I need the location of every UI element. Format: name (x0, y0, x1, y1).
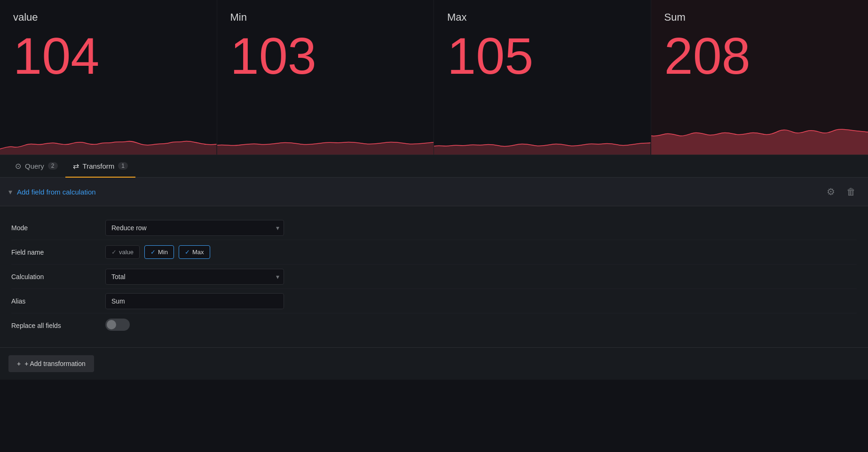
transform-actions: ⚙ 🗑 (823, 184, 860, 199)
tab-transform-label: Transform (83, 162, 115, 170)
sparkline-max (434, 117, 651, 155)
chip-min[interactable]: ✓ Min (144, 245, 174, 259)
chip-max[interactable]: ✓ Max (179, 245, 210, 259)
chip-min-check-icon: ✓ (150, 249, 156, 256)
field-name-control: ✓ value ✓ Min ✓ Max (105, 242, 857, 263)
transform-section: ▾ Add field from calculation ⚙ 🗑 Mode Re… (0, 178, 868, 347)
transform-title: Add field from calculation (17, 188, 96, 196)
form-row-field-name: Field name ✓ value ✓ Min ✓ Max (11, 240, 857, 265)
chip-value-label: value (119, 249, 134, 256)
calculation-label: Calculation (11, 267, 105, 286)
tab-transform-badge: 1 (118, 162, 128, 170)
form-row-mode: Mode Reduce row Window functions Binary … (11, 216, 857, 240)
calculation-select[interactable]: Total Mean Min Max Last Count (105, 269, 284, 285)
mode-select-wrapper: Reduce row Window functions Binary opera… (105, 220, 284, 236)
calculation-select-wrapper: Total Mean Min Max Last Count ▾ (105, 269, 284, 285)
transform-delete-button[interactable]: 🗑 (843, 184, 860, 199)
toggle-thumb (107, 320, 116, 329)
chip-max-check-icon: ✓ (185, 249, 190, 256)
settings-icon: ⚙ (827, 187, 835, 197)
chip-min-label: Min (158, 249, 168, 256)
sparkline-sum (651, 117, 868, 155)
transform-settings-button[interactable]: ⚙ (823, 184, 839, 199)
sparkline-min (217, 117, 434, 155)
collapse-chevron-icon[interactable]: ▾ (8, 187, 12, 196)
transform-header: ▾ Add field from calculation ⚙ 🗑 (0, 178, 868, 206)
calculation-control: Total Mean Min Max Last Count ▾ (105, 265, 857, 288)
alias-label: Alias (11, 292, 105, 311)
database-icon: ⊙ (15, 162, 21, 171)
replace-all-toggle[interactable] (105, 319, 130, 331)
transform-form: Mode Reduce row Window functions Binary … (0, 206, 868, 347)
transform-icon: ⇄ (73, 162, 79, 171)
toggle-track (105, 319, 130, 331)
transform-header-left: ▾ Add field from calculation (8, 187, 96, 196)
replace-all-control (105, 315, 857, 336)
stat-cell-min: Min 103 (217, 0, 434, 155)
form-row-alias: Alias (11, 289, 857, 313)
stats-panel: value 104 Min 103 Max 105 (0, 0, 868, 155)
replace-all-label: Replace all fields (11, 316, 105, 335)
plus-icon: + (17, 360, 21, 367)
sparkline-value (0, 117, 217, 155)
form-row-calculation: Calculation Total Mean Min Max Last Coun… (11, 265, 857, 289)
field-name-label: Field name (11, 243, 105, 262)
tab-query-label: Query (25, 162, 44, 170)
stat-cell-max: Max 105 (434, 0, 651, 155)
tabs-bar: ⊙ Query 2 ⇄ Transform 1 (0, 155, 868, 178)
field-chips: ✓ value ✓ Min ✓ Max (105, 245, 857, 259)
stat-label-sum: Sum (664, 11, 855, 23)
mode-control: Reduce row Window functions Binary opera… (105, 216, 857, 240)
alias-input[interactable] (105, 293, 284, 309)
form-row-replace-all: Replace all fields (11, 313, 857, 338)
add-transformation-label: + Add transformation (24, 360, 86, 367)
tab-transform[interactable]: ⇄ Transform 1 (65, 155, 135, 178)
chip-value-check-icon: ✓ (111, 249, 117, 256)
tab-query-badge: 2 (48, 162, 58, 170)
stat-label-min: Min (230, 11, 421, 23)
chip-value[interactable]: ✓ value (105, 245, 140, 259)
chip-max-label: Max (192, 249, 204, 256)
stat-cell-sum: Sum 208 (651, 0, 868, 155)
stat-cell-value: value 104 (0, 0, 217, 155)
mode-label: Mode (11, 218, 105, 237)
alias-control (105, 289, 857, 313)
add-transformation-button[interactable]: + + Add transformation (8, 355, 94, 372)
add-transformation-bar: + + Add transformation (0, 347, 868, 380)
delete-icon: 🗑 (846, 187, 856, 197)
mode-select[interactable]: Reduce row Window functions Binary opera… (105, 220, 284, 236)
stat-label-value: value (13, 11, 204, 23)
stat-label-max: Max (447, 11, 638, 23)
tab-query[interactable]: ⊙ Query 2 (8, 155, 65, 178)
